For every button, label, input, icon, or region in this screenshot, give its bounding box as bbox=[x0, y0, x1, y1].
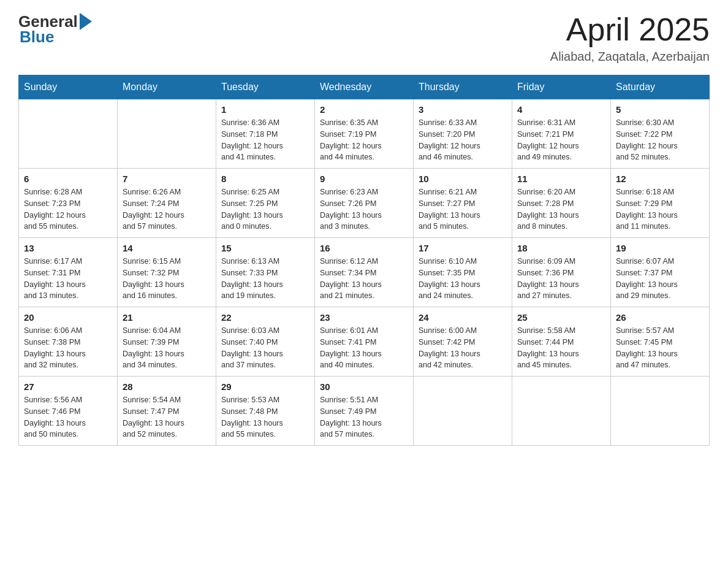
calendar-cell: 28Sunrise: 5:54 AM Sunset: 7:47 PM Dayli… bbox=[118, 377, 216, 446]
day-info: Sunrise: 6:01 AM Sunset: 7:41 PM Dayligh… bbox=[320, 325, 408, 371]
calendar-cell: 20Sunrise: 6:06 AM Sunset: 7:38 PM Dayli… bbox=[19, 307, 118, 377]
calendar-table: SundayMondayTuesdayWednesdayThursdayFrid… bbox=[18, 75, 710, 446]
day-number: 12 bbox=[616, 174, 704, 184]
day-number: 7 bbox=[123, 174, 211, 184]
week-row-4: 20Sunrise: 6:06 AM Sunset: 7:38 PM Dayli… bbox=[19, 307, 710, 377]
day-number: 24 bbox=[419, 312, 507, 323]
column-header-thursday: Thursday bbox=[414, 75, 512, 99]
day-info: Sunrise: 5:58 AM Sunset: 7:44 PM Dayligh… bbox=[517, 325, 605, 371]
day-info: Sunrise: 5:56 AM Sunset: 7:46 PM Dayligh… bbox=[24, 394, 112, 440]
calendar-cell: 6Sunrise: 6:28 AM Sunset: 7:23 PM Daylig… bbox=[19, 169, 118, 238]
svg-marker-0 bbox=[80, 13, 92, 30]
day-number: 20 bbox=[24, 312, 112, 323]
calendar-cell bbox=[19, 99, 118, 169]
day-number: 2 bbox=[320, 104, 408, 115]
day-number: 5 bbox=[616, 104, 704, 115]
calendar-cell: 8Sunrise: 6:25 AM Sunset: 7:25 PM Daylig… bbox=[216, 169, 315, 238]
week-row-2: 6Sunrise: 6:28 AM Sunset: 7:23 PM Daylig… bbox=[19, 169, 710, 238]
day-info: Sunrise: 6:10 AM Sunset: 7:35 PM Dayligh… bbox=[419, 256, 507, 302]
day-number: 29 bbox=[221, 381, 309, 392]
day-info: Sunrise: 6:03 AM Sunset: 7:40 PM Dayligh… bbox=[221, 325, 309, 371]
calendar-cell: 5Sunrise: 6:30 AM Sunset: 7:22 PM Daylig… bbox=[611, 99, 710, 169]
location-label: Aliabad, Zaqatala, Azerbaijan bbox=[550, 50, 710, 64]
week-row-5: 27Sunrise: 5:56 AM Sunset: 7:46 PM Dayli… bbox=[19, 377, 710, 446]
calendar-cell: 3Sunrise: 6:33 AM Sunset: 7:20 PM Daylig… bbox=[414, 99, 512, 169]
day-info: Sunrise: 5:53 AM Sunset: 7:48 PM Dayligh… bbox=[221, 394, 309, 440]
column-header-friday: Friday bbox=[512, 75, 611, 99]
day-number: 14 bbox=[123, 243, 211, 253]
day-number: 22 bbox=[221, 312, 309, 323]
calendar-cell: 12Sunrise: 6:18 AM Sunset: 7:29 PM Dayli… bbox=[611, 169, 710, 238]
day-info: Sunrise: 6:13 AM Sunset: 7:33 PM Dayligh… bbox=[221, 256, 309, 302]
day-info: Sunrise: 6:23 AM Sunset: 7:26 PM Dayligh… bbox=[320, 186, 408, 232]
calendar-cell: 4Sunrise: 6:31 AM Sunset: 7:21 PM Daylig… bbox=[512, 99, 611, 169]
week-row-3: 13Sunrise: 6:17 AM Sunset: 7:31 PM Dayli… bbox=[19, 238, 710, 307]
day-number: 13 bbox=[24, 243, 112, 253]
day-number: 1 bbox=[221, 104, 309, 115]
month-title: April 2025 bbox=[550, 12, 710, 47]
calendar-header-row: SundayMondayTuesdayWednesdayThursdayFrid… bbox=[19, 75, 710, 99]
day-number: 9 bbox=[320, 174, 408, 184]
calendar-cell: 24Sunrise: 6:00 AM Sunset: 7:42 PM Dayli… bbox=[414, 307, 512, 377]
day-info: Sunrise: 6:04 AM Sunset: 7:39 PM Dayligh… bbox=[123, 325, 211, 371]
day-info: Sunrise: 6:28 AM Sunset: 7:23 PM Dayligh… bbox=[24, 186, 112, 232]
calendar-cell: 7Sunrise: 6:26 AM Sunset: 7:24 PM Daylig… bbox=[118, 169, 216, 238]
day-number: 26 bbox=[616, 312, 704, 323]
day-number: 30 bbox=[320, 381, 408, 392]
day-info: Sunrise: 6:07 AM Sunset: 7:37 PM Dayligh… bbox=[616, 256, 704, 302]
day-info: Sunrise: 6:12 AM Sunset: 7:34 PM Dayligh… bbox=[320, 256, 408, 302]
calendar-cell: 30Sunrise: 5:51 AM Sunset: 7:49 PM Dayli… bbox=[315, 377, 414, 446]
day-number: 25 bbox=[517, 312, 605, 323]
column-header-monday: Monday bbox=[118, 75, 216, 99]
calendar-cell: 23Sunrise: 6:01 AM Sunset: 7:41 PM Dayli… bbox=[315, 307, 414, 377]
day-info: Sunrise: 6:26 AM Sunset: 7:24 PM Dayligh… bbox=[123, 186, 211, 232]
day-number: 28 bbox=[123, 381, 211, 392]
column-header-tuesday: Tuesday bbox=[216, 75, 315, 99]
calendar-cell: 9Sunrise: 6:23 AM Sunset: 7:26 PM Daylig… bbox=[315, 169, 414, 238]
day-info: Sunrise: 6:30 AM Sunset: 7:22 PM Dayligh… bbox=[616, 117, 704, 163]
logo: General Blue bbox=[18, 12, 92, 47]
calendar-cell: 11Sunrise: 6:20 AM Sunset: 7:28 PM Dayli… bbox=[512, 169, 611, 238]
day-number: 18 bbox=[517, 243, 605, 253]
day-info: Sunrise: 6:18 AM Sunset: 7:29 PM Dayligh… bbox=[616, 186, 704, 232]
day-number: 6 bbox=[24, 174, 112, 184]
calendar-cell bbox=[414, 377, 512, 446]
day-info: Sunrise: 5:54 AM Sunset: 7:47 PM Dayligh… bbox=[123, 394, 211, 440]
page-header: General Blue April 2025 Aliabad, Zaqatal… bbox=[18, 12, 710, 64]
column-header-saturday: Saturday bbox=[611, 75, 710, 99]
calendar-cell: 10Sunrise: 6:21 AM Sunset: 7:27 PM Dayli… bbox=[414, 169, 512, 238]
day-number: 15 bbox=[221, 243, 309, 253]
calendar-cell: 17Sunrise: 6:10 AM Sunset: 7:35 PM Dayli… bbox=[414, 238, 512, 307]
calendar-cell bbox=[611, 377, 710, 446]
calendar-cell: 21Sunrise: 6:04 AM Sunset: 7:39 PM Dayli… bbox=[118, 307, 216, 377]
day-info: Sunrise: 5:51 AM Sunset: 7:49 PM Dayligh… bbox=[320, 394, 408, 440]
calendar-cell: 27Sunrise: 5:56 AM Sunset: 7:46 PM Dayli… bbox=[19, 377, 118, 446]
calendar-cell: 22Sunrise: 6:03 AM Sunset: 7:40 PM Dayli… bbox=[216, 307, 315, 377]
calendar-cell: 1Sunrise: 6:36 AM Sunset: 7:18 PM Daylig… bbox=[216, 99, 315, 169]
week-row-1: 1Sunrise: 6:36 AM Sunset: 7:18 PM Daylig… bbox=[19, 99, 710, 169]
day-info: Sunrise: 6:35 AM Sunset: 7:19 PM Dayligh… bbox=[320, 117, 408, 163]
day-number: 19 bbox=[616, 243, 704, 253]
day-number: 3 bbox=[419, 104, 507, 115]
calendar-cell: 18Sunrise: 6:09 AM Sunset: 7:36 PM Dayli… bbox=[512, 238, 611, 307]
day-info: Sunrise: 6:09 AM Sunset: 7:36 PM Dayligh… bbox=[517, 256, 605, 302]
day-info: Sunrise: 6:36 AM Sunset: 7:18 PM Dayligh… bbox=[221, 117, 309, 163]
calendar-cell: 16Sunrise: 6:12 AM Sunset: 7:34 PM Dayli… bbox=[315, 238, 414, 307]
day-number: 27 bbox=[24, 381, 112, 392]
day-number: 17 bbox=[419, 243, 507, 253]
logo-triangle-icon bbox=[80, 13, 92, 30]
title-section: April 2025 Aliabad, Zaqatala, Azerbaijan bbox=[550, 12, 710, 64]
day-info: Sunrise: 6:17 AM Sunset: 7:31 PM Dayligh… bbox=[24, 256, 112, 302]
calendar-cell: 26Sunrise: 5:57 AM Sunset: 7:45 PM Dayli… bbox=[611, 307, 710, 377]
column-header-wednesday: Wednesday bbox=[315, 75, 414, 99]
calendar-cell: 13Sunrise: 6:17 AM Sunset: 7:31 PM Dayli… bbox=[19, 238, 118, 307]
calendar-cell bbox=[118, 99, 216, 169]
day-info: Sunrise: 6:20 AM Sunset: 7:28 PM Dayligh… bbox=[517, 186, 605, 232]
day-info: Sunrise: 6:25 AM Sunset: 7:25 PM Dayligh… bbox=[221, 186, 309, 232]
day-info: Sunrise: 6:31 AM Sunset: 7:21 PM Dayligh… bbox=[517, 117, 605, 163]
day-info: Sunrise: 5:57 AM Sunset: 7:45 PM Dayligh… bbox=[616, 325, 704, 371]
calendar-cell bbox=[512, 377, 611, 446]
day-number: 4 bbox=[517, 104, 605, 115]
calendar-cell: 2Sunrise: 6:35 AM Sunset: 7:19 PM Daylig… bbox=[315, 99, 414, 169]
calendar-cell: 25Sunrise: 5:58 AM Sunset: 7:44 PM Dayli… bbox=[512, 307, 611, 377]
